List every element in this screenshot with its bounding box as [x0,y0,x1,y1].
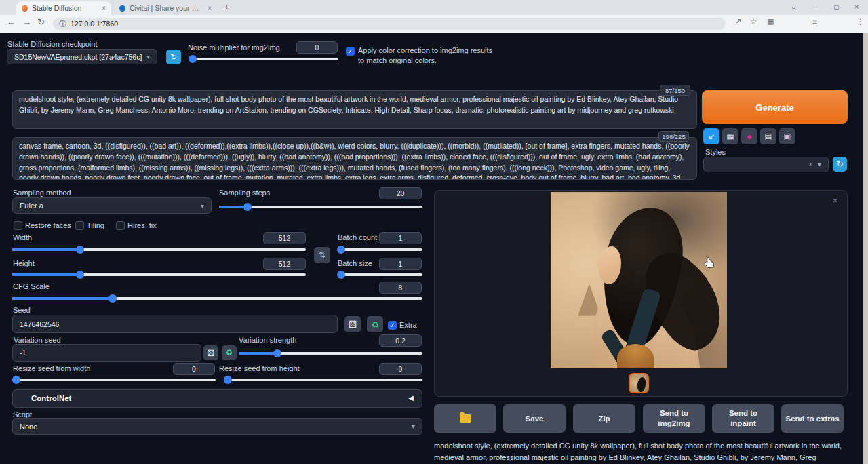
generated-image[interactable] [551,192,727,368]
gallery-thumbnail[interactable] [629,373,649,393]
height-slider[interactable] [12,271,306,279]
restore-faces-checkbox[interactable] [14,221,22,230]
hires-fix-label: Hires. fix [127,221,157,229]
reload-icon[interactable]: ↻ [37,17,45,27]
extra-seed-label: Extra [399,321,417,329]
negative-token-counter: 198/225 [658,131,689,142]
variation-seed-input[interactable]: -1 [12,344,201,362]
batch-size-input[interactable]: 1 [379,258,422,270]
reading-list-icon[interactable]: ≡ [812,17,817,26]
window-minimize-icon[interactable]: − [813,3,817,11]
batch-count-input[interactable]: 1 [379,232,422,244]
color-correction-label: Apply color correction to img2img result… [358,45,500,66]
negative-prompt-textarea[interactable]: canvas frame, cartoon, 3d, ((disfigured)… [12,137,697,180]
width-slider[interactable] [12,246,306,254]
zip-button[interactable]: Zip [573,404,635,433]
forward-icon[interactable]: → [22,17,31,27]
window-close-icon[interactable]: × [854,3,859,11]
browser-tab-title: Stable Diffusion [32,4,98,12]
tab-close-icon[interactable]: × [102,5,106,12]
reuse-seed-recycle-icon[interactable]: ♻ [367,316,383,332]
page-scrollbar[interactable] [863,33,868,464]
variation-strength-slider[interactable] [239,349,422,357]
clear-prompt-icon[interactable]: ▦ [722,128,738,144]
tiling-checkbox[interactable] [75,221,84,230]
sampling-steps-slider[interactable] [219,203,422,211]
sampling-steps-label: Sampling steps [219,189,270,197]
cfg-scale-slider[interactable] [12,294,422,303]
resize-seed-width-slider[interactable] [12,376,216,384]
browser-menu-icon[interactable]: ⋮ [856,17,865,26]
width-input[interactable]: 512 [263,232,306,244]
noise-multiplier-slider[interactable] [190,55,338,63]
restore-faces-label: Restore faces [25,221,71,229]
script-value: None [20,423,37,431]
variation-strength-input[interactable]: 0.2 [379,334,422,347]
script-dropdown[interactable]: None ▾ [12,418,422,435]
noise-multiplier-input[interactable]: 0 [296,41,338,54]
gallery-close-icon[interactable]: × [833,196,837,206]
tab-close-icon[interactable]: × [208,5,212,12]
browser-tab-civitai[interactable]: Civitai | Share your models × [114,1,217,15]
chevron-down-icon: ▾ [412,423,415,430]
styles-dropdown[interactable]: × ▾ [703,157,829,172]
sampling-method-value: Euler a [20,201,43,210]
apply-styles-icon[interactable]: ▤ [760,128,776,144]
save-style-icon[interactable]: ▣ [779,128,795,144]
resize-seed-width-label: Resize seed from width [13,364,90,372]
color-correction-checkbox[interactable]: ✓ [346,47,355,56]
send-to-img2img-button[interactable]: Send to img2img [643,404,705,433]
bookmark-star-icon[interactable]: ☆ [750,17,757,26]
batch-size-slider[interactable] [338,271,422,279]
folder-icon [460,414,471,423]
resize-seed-width-input[interactable]: 0 [173,363,215,375]
browser-tab-stable-diffusion[interactable]: Stable Diffusion × [16,1,111,15]
hires-fix-checkbox[interactable] [116,221,125,230]
reuse-variation-seed-recycle-icon[interactable]: ♻ [222,345,237,360]
sampling-method-dropdown[interactable]: Euler a ▾ [12,197,212,214]
image-figure-basket [617,344,654,368]
batch-count-slider[interactable] [338,246,422,254]
read-generation-params-icon[interactable]: ↙ [703,128,719,144]
cfg-scale-input[interactable]: 8 [379,282,422,294]
send-to-inpaint-button[interactable]: Send to inpaint [712,404,774,433]
height-input[interactable]: 512 [263,258,306,270]
site-info-icon[interactable]: ⓘ [59,19,66,29]
generation-info-text: modelshoot style, (extremely detailed CG… [434,440,844,464]
checkpoint-dropdown[interactable]: SD15NewVAEpruned.ckpt [27a4ac756c] ▾ [7,49,157,64]
share-icon[interactable]: ↗ [735,17,741,26]
extra-seed-checkbox[interactable]: ✓ [388,321,397,330]
thumbnail-figure [636,376,647,393]
height-label: Height [13,259,35,267]
clear-styles-icon[interactable]: × [808,161,812,168]
prompt-textarea[interactable]: modelshoot style, (extremely detailed CG… [12,90,697,129]
browser-toolbar: ← → ↻ ⓘ 127.0.0.1:7860 ↗ ☆ ▦ ≡ ⋮ [0,15,868,33]
browser-tab-title: Civitai | Share your models [130,4,203,12]
url-bar[interactable]: ⓘ 127.0.0.1:7860 [53,18,726,30]
noise-multiplier-label: Noise multiplier for img2img [188,43,280,52]
extension-grid-icon[interactable]: ▦ [767,17,774,26]
back-icon[interactable]: ← [7,17,16,27]
sampling-steps-input[interactable]: 20 [379,187,422,199]
send-to-extras-button[interactable]: Send to extras [781,404,844,433]
resize-seed-height-input[interactable]: 0 [379,363,422,375]
seed-input[interactable]: 1476462546 [12,315,338,333]
refresh-checkpoints-button[interactable]: ↻ [166,50,181,64]
window-chevron-icon[interactable]: ⌄ [791,3,797,12]
variation-seed-label: Variation seed [14,336,61,344]
new-tab-icon[interactable]: + [224,3,229,12]
save-button[interactable]: Save [503,404,566,433]
random-variation-seed-dice-icon[interactable]: ⚄ [203,345,218,360]
window-restore-icon[interactable]: ▢ [833,4,840,11]
random-seed-dice-icon[interactable]: ⚄ [344,316,361,332]
swap-dimensions-icon[interactable]: ⇅ [314,247,330,263]
mouse-cursor [704,256,715,273]
generate-button[interactable]: Generate [702,90,848,124]
controlnet-accordion[interactable]: ControlNet ◀ [12,389,422,408]
open-folder-button[interactable] [434,404,496,433]
checkpoint-label: Stable Diffusion checkpoint [7,40,98,48]
refresh-styles-button[interactable]: ↻ [833,157,847,172]
resize-seed-height-slider[interactable] [224,376,422,384]
screen: Stable Diffusion × Civitai | Share your … [0,0,868,464]
extra-networks-icon[interactable]: ● [741,128,757,144]
